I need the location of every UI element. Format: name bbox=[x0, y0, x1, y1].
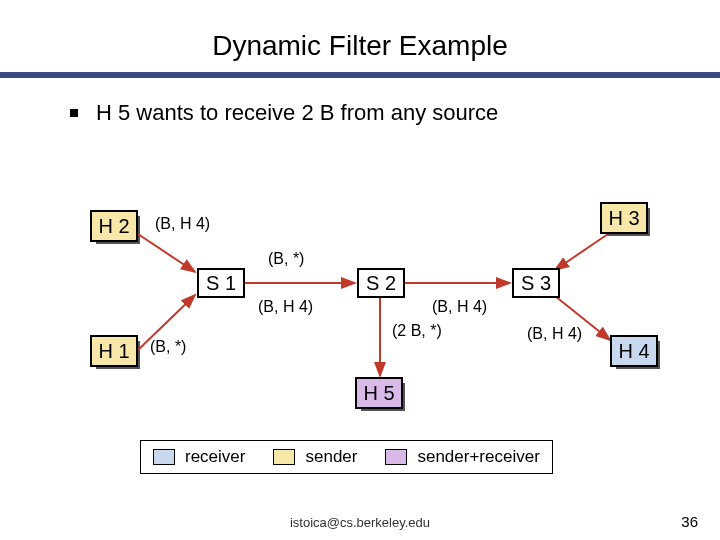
host-h2: H 2 bbox=[90, 210, 138, 242]
slide-title: Dynamic Filter Example bbox=[0, 0, 720, 72]
legend-swatch-sender bbox=[273, 449, 295, 465]
switch-s1: S 1 bbox=[197, 268, 245, 298]
bullet-line: H 5 wants to receive 2 B from any source bbox=[0, 78, 720, 126]
legend-label-both: sender+receiver bbox=[417, 447, 539, 467]
svg-line-0 bbox=[138, 234, 195, 272]
label-s2-s3: (B, H 4) bbox=[432, 298, 487, 316]
host-h4: H 4 bbox=[610, 335, 658, 367]
host-h5: H 5 bbox=[355, 377, 403, 409]
page-number: 36 bbox=[681, 513, 698, 530]
svg-line-4 bbox=[555, 234, 608, 270]
legend-swatch-both bbox=[385, 449, 407, 465]
label-h2-s1: (B, H 4) bbox=[155, 215, 210, 233]
label-s2-h5: (2 B, *) bbox=[392, 322, 442, 340]
label-s3-h4: (B, H 4) bbox=[527, 325, 582, 343]
host-h1: H 1 bbox=[90, 335, 138, 367]
legend-swatch-receiver bbox=[153, 449, 175, 465]
label-h1-s1: (B, *) bbox=[150, 338, 186, 356]
switch-s2: S 2 bbox=[357, 268, 405, 298]
footer-email: istoica@cs.berkeley.edu bbox=[0, 515, 720, 530]
bullet-text: H 5 wants to receive 2 B from any source bbox=[96, 100, 498, 126]
switch-s3: S 3 bbox=[512, 268, 560, 298]
legend-label-receiver: receiver bbox=[185, 447, 245, 467]
network-diagram: H 2 H 1 H 3 H 4 H 5 S 1 S 2 S 3 (B, H 4)… bbox=[0, 210, 720, 440]
label-s1-s2-top: (B, *) bbox=[268, 250, 304, 268]
bullet-marker bbox=[70, 109, 78, 117]
legend-label-sender: sender bbox=[305, 447, 357, 467]
label-s1-s2-bot: (B, H 4) bbox=[258, 298, 313, 316]
legend: receiver sender sender+receiver bbox=[140, 440, 553, 474]
host-h3: H 3 bbox=[600, 202, 648, 234]
